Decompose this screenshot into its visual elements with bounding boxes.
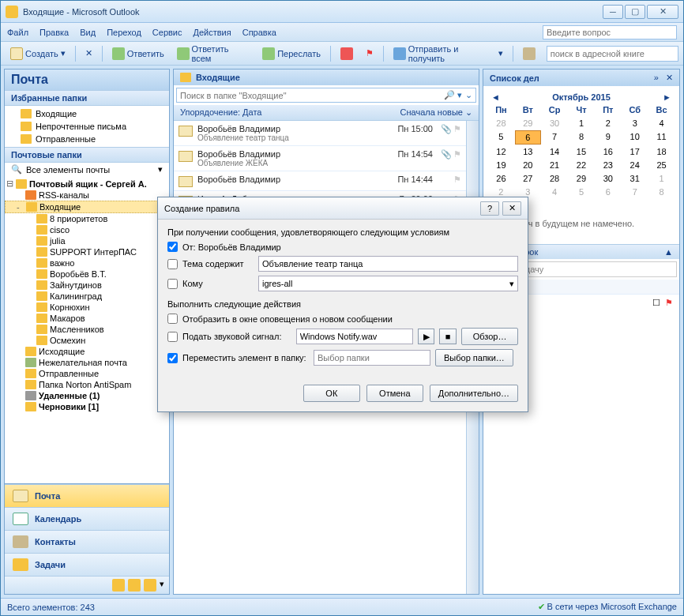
tree-folder[interactable]: Калининград [5, 291, 169, 302]
calendar-day[interactable]: 12 [488, 145, 514, 158]
calendar-day[interactable]: 8 [648, 186, 675, 198]
reply-all-button[interactable]: Ответить всем [172, 42, 254, 66]
maximize-button[interactable]: ▢ [625, 5, 645, 19]
advanced-button[interactable]: Дополнительно… [430, 385, 518, 402]
module-tasks[interactable]: Задачи [5, 553, 169, 576]
calendar-day[interactable]: 10 [622, 130, 648, 145]
dialog-close-button[interactable]: ✕ [502, 201, 521, 216]
calendar-day[interactable]: 3 [622, 117, 648, 130]
browse-button[interactable]: Обзор… [461, 328, 518, 345]
tree-folder[interactable]: Воробьёв В.Т. [5, 269, 169, 280]
ask-question-input[interactable] [543, 25, 677, 39]
calendar-day[interactable]: 11 [648, 130, 675, 145]
calendar-day[interactable]: 15 [569, 145, 595, 158]
menu-actions[interactable]: Действия [194, 28, 231, 37]
address-search-input[interactable] [547, 46, 678, 62]
calendar-day[interactable]: 28 [542, 172, 568, 185]
message-item[interactable]: Воробьёв ВладимирОбъявление ЖЕКАПн 14:54… [174, 146, 466, 171]
favorite-folder[interactable]: Отправленные [5, 133, 169, 145]
tree-folder[interactable]: Отправленные [5, 368, 169, 379]
stop-button[interactable]: ■ [439, 329, 457, 344]
tree-folder[interactable]: Нежелательная почта [5, 357, 169, 368]
calendar-day[interactable]: 29 [515, 117, 541, 130]
flag-button[interactable]: ⚑ [361, 46, 378, 61]
menu-edit[interactable]: Правка [39, 28, 69, 37]
tree-folder[interactable]: RSS-каналы [5, 190, 169, 201]
tree-folder[interactable]: Макаров [5, 313, 169, 324]
calendar-day[interactable]: 28 [488, 117, 514, 130]
send-receive-button[interactable]: Отправить и получить ▾ [389, 42, 508, 66]
favorite-folder[interactable]: Непрочтенные письма [5, 120, 169, 133]
favorites-header[interactable]: Избранные папки [5, 90, 169, 106]
from-checkbox[interactable] [167, 242, 178, 252]
tree-folder[interactable]: Масленников [5, 324, 169, 335]
menu-view[interactable]: Вид [80, 28, 96, 37]
search-icon[interactable]: 🔎 ▾ [444, 90, 462, 100]
folder-search[interactable]: 🔎 ▾ ⌄ [176, 88, 476, 103]
reply-button[interactable]: Ответить [107, 45, 169, 62]
forward-button[interactable]: Переслать [257, 45, 325, 62]
tree-folder[interactable]: SUPPORT ИнтерПАС [5, 246, 169, 257]
menu-tools[interactable]: Сервис [152, 28, 182, 37]
alert-checkbox[interactable] [167, 314, 178, 324]
sound-checkbox[interactable] [167, 332, 178, 342]
calendar-day[interactable]: 30 [595, 172, 621, 185]
cancel-button[interactable]: Отмена [366, 385, 423, 402]
calendar-day[interactable]: 29 [569, 172, 595, 185]
message-item[interactable]: Воробьёв ВладимирОбъявление театр танцаП… [174, 121, 466, 146]
prev-month[interactable]: ◄ [491, 92, 500, 102]
calendar-day[interactable]: 7 [622, 186, 648, 198]
calendar-day[interactable]: 5 [569, 186, 595, 198]
move-checkbox[interactable] [167, 353, 178, 363]
calendar-day[interactable]: 8 [569, 130, 595, 145]
calendar-day[interactable]: 30 [542, 117, 568, 130]
tree-folder[interactable]: julia [5, 235, 169, 246]
calendar-day[interactable]: 16 [595, 145, 621, 158]
calendar-day[interactable]: 21 [542, 159, 568, 171]
tree-folder[interactable]: -Входящие [5, 201, 169, 213]
calendar-day[interactable]: 6 [515, 130, 541, 145]
ok-button[interactable]: ОК [303, 385, 360, 402]
dialog-help-button[interactable]: ? [480, 201, 499, 216]
calendar-day[interactable]: 24 [622, 159, 648, 171]
subject-checkbox[interactable] [167, 259, 178, 269]
module-contacts[interactable]: Контакты [5, 530, 169, 553]
close-button[interactable]: ✕ [647, 5, 678, 19]
delete-button[interactable]: ✕ [81, 46, 97, 61]
to-combo[interactable]: igres-all▾ [258, 276, 518, 291]
calendar-day[interactable]: 26 [488, 172, 514, 185]
favorite-folder[interactable]: Входящие [5, 107, 169, 120]
mailbox-root[interactable]: ⊟Почтовый ящик - Сергей А. [5, 178, 169, 190]
to-checkbox[interactable] [167, 279, 178, 289]
folder-search-input[interactable] [180, 91, 444, 100]
calendar-day[interactable]: 5 [488, 130, 514, 145]
task-flag-icon[interactable]: ⚑ [665, 298, 673, 308]
move-folder-input[interactable] [314, 350, 430, 366]
subject-input[interactable] [258, 256, 518, 272]
message-item[interactable]: Воробьёв ВладимирПн 14:44⚑ [174, 171, 466, 191]
tree-folder[interactable]: 8 приоритетов [5, 213, 169, 224]
categorize-button[interactable] [336, 45, 358, 62]
all-mail-items[interactable]: 🔍Все элементы почты▾ [5, 163, 169, 176]
calendar-day[interactable]: 1 [648, 172, 675, 185]
select-folder-button[interactable]: Выбор папки… [435, 349, 513, 366]
calendar-day[interactable]: 1 [569, 117, 595, 130]
tree-folder[interactable]: Папка Norton AntiSpam [5, 379, 169, 390]
module-config-icon[interactable]: ▾ [160, 579, 164, 592]
flag-icon[interactable]: ⚑ [453, 149, 461, 160]
play-button[interactable]: ▶ [418, 329, 435, 344]
sound-file-input[interactable] [296, 329, 413, 344]
new-button[interactable]: Создать ▾ [6, 45, 70, 62]
menu-file[interactable]: Файл [7, 28, 28, 37]
next-month[interactable]: ► [663, 92, 671, 102]
task-checkbox[interactable]: ☐ [652, 298, 660, 308]
calendar-day[interactable]: 22 [569, 159, 595, 171]
tree-folder[interactable]: cisco [5, 224, 169, 235]
tree-folder[interactable]: Осмехин [5, 335, 169, 346]
sort-header[interactable]: Упорядочение: ДатаСначала новые ⌄ [174, 105, 479, 121]
minimize-button[interactable]: ─ [603, 5, 623, 19]
address-book-button[interactable] [518, 45, 540, 62]
module-calendar[interactable]: Календарь [5, 507, 169, 530]
tree-folder[interactable]: важно [5, 257, 169, 269]
flag-icon[interactable]: ⚑ [453, 175, 461, 185]
